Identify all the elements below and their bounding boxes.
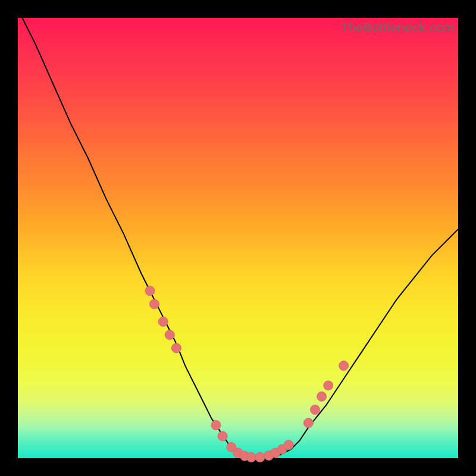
- chart-svg: [18, 18, 458, 458]
- data-point: [303, 418, 313, 428]
- chart-frame: TheBottleneck.com: [0, 0, 476, 476]
- data-point: [218, 431, 227, 441]
- bottleneck-curve: [18, 9, 458, 458]
- data-point: [255, 453, 265, 462]
- data-markers: [145, 286, 349, 462]
- data-point: [145, 286, 155, 296]
- data-point: [324, 381, 333, 390]
- data-point: [165, 330, 174, 340]
- plot-area: TheBottleneck.com: [18, 18, 458, 458]
- data-point: [317, 392, 327, 401]
- data-point: [149, 299, 159, 309]
- data-point: [171, 343, 181, 353]
- data-point: [158, 317, 168, 327]
- data-point: [246, 453, 256, 462]
- data-point: [284, 440, 293, 450]
- data-point: [339, 361, 349, 371]
- data-point: [211, 421, 221, 430]
- data-point: [311, 405, 320, 415]
